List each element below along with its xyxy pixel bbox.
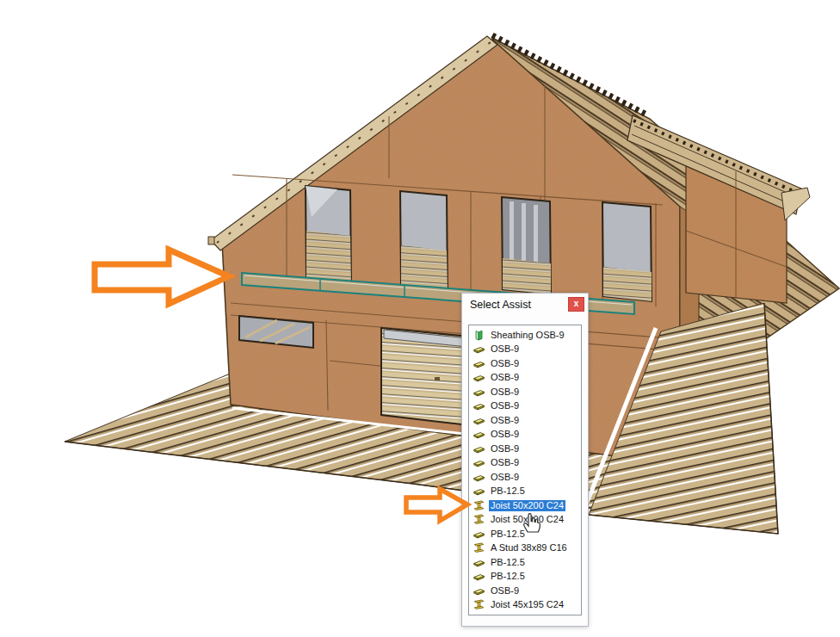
select-assist-item[interactable]: Joist 45x195 C24	[469, 598, 581, 613]
select-assist-item[interactable]: OSB-9	[469, 356, 581, 371]
select-assist-item[interactable]: OSB-9	[469, 470, 581, 485]
component-label: OSB-9	[489, 443, 521, 455]
select-assist-item[interactable]: Joist 50x200 C24	[469, 513, 581, 528]
house-3d-viewport[interactable]	[0, 0, 840, 637]
panel-icon	[472, 443, 485, 455]
component-label: A Stud 38x89 C16	[489, 542, 569, 554]
component-label: OSB-9	[489, 387, 521, 398]
component-label: PB-12.5	[489, 529, 527, 540]
select-assist-item[interactable]: PB-12.5	[469, 527, 581, 541]
component-label: OSB-9	[489, 372, 521, 383]
select-assist-item[interactable]: A Stud 38x89 C16	[469, 541, 581, 556]
panel-icon	[472, 372, 485, 383]
panel-icon	[472, 557, 485, 568]
component-label: OSB-9	[489, 585, 521, 597]
component-label: PB-12.5	[489, 557, 527, 568]
window-upper-3[interactable]	[502, 197, 551, 294]
component-label: OSB-9	[489, 415, 521, 426]
window-upper-1[interactable]	[306, 186, 351, 284]
window-upper-2[interactable]	[400, 191, 448, 291]
component-label: OSB-9	[489, 358, 521, 369]
panel-icon	[472, 343, 485, 355]
component-label: OSB-9	[489, 472, 521, 483]
component-label: Joist 50x200 C24	[489, 514, 565, 525]
select-assist-list[interactable]: Sheathing OSB-9 OSB-9 OSB-9 OSB-9 OSB-9 …	[468, 325, 582, 615]
select-assist-item[interactable]: OSB-9	[469, 399, 581, 414]
joist-icon	[472, 500, 485, 511]
component-label: Sheathing OSB-9	[489, 330, 566, 341]
component-label: Joist 45x195 C24	[489, 599, 565, 610]
close-button[interactable]: x	[568, 297, 584, 312]
sheathing-icon	[472, 330, 485, 341]
select-assist-item[interactable]: OSB-9	[469, 371, 581, 386]
panel-icon	[472, 358, 485, 369]
app-window: Select Assist x Sheathing OSB-9 OSB-9 OS…	[0, 0, 840, 637]
select-assist-item[interactable]: OSB-9	[469, 442, 581, 456]
select-assist-item[interactable]: OSB-9	[469, 343, 581, 357]
component-label: PB-12.5	[489, 485, 527, 497]
select-assist-item[interactable]: PB-12.5	[469, 555, 581, 570]
select-assist-item-selected[interactable]: Joist 50x200 C24	[469, 498, 581, 513]
joist-icon	[472, 542, 485, 554]
select-assist-item[interactable]: OSB-9	[469, 413, 581, 428]
joist-icon	[472, 514, 485, 525]
panel-icon	[472, 429, 485, 440]
select-assist-item[interactable]: OSB-9	[469, 456, 581, 471]
select-assist-dialog[interactable]: Select Assist x Sheathing OSB-9 OSB-9 OS…	[461, 293, 589, 627]
panel-icon	[472, 457, 485, 468]
component-label: OSB-9	[489, 343, 521, 355]
select-assist-item[interactable]: PB-12.5	[469, 485, 581, 499]
window-upper-4[interactable]	[602, 202, 652, 301]
garage-opening[interactable]	[381, 328, 469, 425]
component-label: PB-12.5	[489, 571, 527, 582]
panel-icon	[472, 529, 485, 540]
panel-icon	[472, 571, 485, 582]
component-label: OSB-9	[489, 400, 521, 411]
select-assist-item[interactable]: PB-12.5	[469, 570, 581, 584]
panel-icon	[472, 472, 485, 483]
component-label: Joist 50x200 C24	[489, 500, 565, 511]
select-assist-item[interactable]: OSB-9	[469, 385, 581, 399]
component-label: OSB-9	[489, 457, 521, 468]
select-assist-item[interactable]: OSB-9	[469, 428, 581, 442]
panel-icon	[472, 415, 485, 426]
select-assist-item[interactable]: OSB-9	[469, 584, 581, 598]
panel-icon	[472, 485, 485, 497]
component-label: OSB-9	[489, 429, 521, 440]
panel-icon	[472, 585, 485, 597]
panel-icon	[472, 400, 485, 411]
panel-icon	[472, 387, 485, 398]
dialog-title[interactable]: Select Assist	[470, 299, 531, 311]
joist-icon	[472, 599, 485, 610]
select-assist-item[interactable]: Sheathing OSB-9	[469, 328, 581, 343]
